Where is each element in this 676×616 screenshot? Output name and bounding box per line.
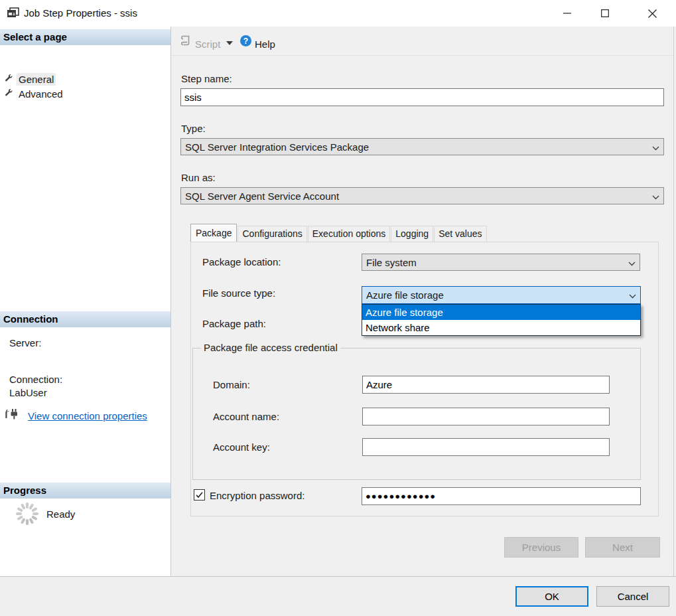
sidebar-item-label: General — [17, 73, 56, 86]
chevron-down-icon — [652, 141, 659, 153]
script-icon — [180, 35, 191, 48]
tab-package[interactable]: Package — [190, 224, 237, 242]
package-location-value: File system — [366, 257, 628, 268]
pane-right-edge — [673, 27, 674, 576]
close-button[interactable] — [637, 0, 667, 27]
package-location-label: Package location: — [202, 256, 281, 268]
next-button[interactable]: Next — [585, 537, 660, 558]
cancel-button[interactable]: Cancel — [596, 586, 669, 607]
script-button[interactable]: Script — [195, 38, 220, 50]
wrench-icon — [4, 74, 13, 85]
sidebar-item-label: Advanced — [17, 88, 65, 100]
encryption-password-label: Encryption password: — [210, 490, 304, 501]
minimize-button[interactable] — [552, 0, 582, 27]
domain-input[interactable] — [362, 376, 610, 394]
progress-status: Ready — [46, 508, 75, 520]
chevron-down-icon — [628, 257, 636, 268]
wrench-icon — [4, 88, 13, 100]
credential-groupbox: Package file access credential Domain: A… — [192, 348, 641, 480]
app-icon — [7, 7, 19, 22]
package-location-dropdown[interactable]: File system — [362, 254, 640, 271]
package-path-label: Package path: — [202, 318, 266, 329]
tab-configurations[interactable]: Configurations — [237, 226, 306, 242]
account-name-input[interactable] — [362, 408, 610, 425]
step-name-input[interactable] — [180, 88, 664, 106]
window-title: Job Step Properties - ssis — [24, 0, 137, 27]
account-key-label: Account key: — [213, 441, 270, 453]
dropdown-option-network-share[interactable]: Network share — [362, 320, 640, 335]
file-source-type-label: File source type: — [202, 287, 275, 299]
previous-button[interactable]: Previous — [504, 537, 578, 558]
type-label: Type: — [181, 123, 206, 134]
ok-button[interactable]: OK — [515, 586, 588, 607]
dropdown-option-azure-file-storage[interactable]: Azure file storage — [362, 305, 640, 320]
server-label: Server: — [9, 337, 41, 348]
chevron-down-icon — [629, 289, 636, 301]
account-name-label: Account name: — [213, 411, 279, 422]
tab-logging[interactable]: Logging — [391, 226, 433, 242]
type-dropdown-value: SQL Server Integration Services Package — [185, 141, 652, 153]
encryption-password-checkbox[interactable] — [194, 489, 205, 501]
tab-strip: Package Configurations Execution options… — [190, 224, 488, 242]
select-a-page-header: Select a page — [0, 29, 170, 45]
script-dropdown-caret-icon[interactable] — [226, 41, 233, 45]
sidebar: Select a page General Advanced Connectio… — [0, 27, 171, 576]
sidebar-item-general[interactable]: General — [0, 72, 170, 86]
help-button[interactable]: Help — [255, 38, 275, 50]
file-source-type-value: Azure file storage — [366, 289, 629, 301]
domain-label: Domain: — [213, 379, 250, 390]
credential-group-title: Package file access credential — [201, 342, 340, 353]
tab-set-values[interactable]: Set values — [434, 226, 486, 242]
title-bar: Job Step Properties - ssis — [0, 0, 676, 27]
encryption-password-input[interactable]: ●●●●●●●●●●●● — [362, 487, 641, 505]
step-name-label: Step name: — [181, 73, 232, 84]
connection-value: LabUser — [9, 387, 47, 398]
maximize-button[interactable] — [590, 0, 620, 27]
connection-header: Connection — [0, 311, 170, 327]
sidebar-item-advanced[interactable]: Advanced — [0, 86, 170, 101]
account-key-input[interactable] — [362, 438, 610, 456]
connection-label: Connection: — [9, 374, 62, 385]
chevron-down-icon — [652, 191, 659, 202]
view-connection-properties-link[interactable]: View connection properties — [28, 410, 147, 422]
job-step-properties-dialog: Job Step Properties - ssis Select a page… — [0, 0, 676, 616]
file-source-type-dropdown[interactable]: Azure file storage — [362, 286, 641, 304]
tab-execution-options[interactable]: Execution options — [308, 226, 391, 242]
connection-properties-icon — [4, 408, 20, 424]
help-icon: ? — [240, 35, 251, 46]
progress-spinner-icon — [15, 501, 40, 528]
progress-header: Progress — [0, 483, 170, 499]
run-as-dropdown-value: SQL Server Agent Service Account — [185, 191, 652, 202]
type-dropdown[interactable]: SQL Server Integration Services Package — [180, 138, 664, 155]
run-as-dropdown[interactable]: SQL Server Agent Service Account — [180, 187, 664, 204]
run-as-label: Run as: — [181, 172, 216, 183]
file-source-type-dropdown-list: Azure file storage Network share — [362, 304, 641, 336]
checkmark-icon — [195, 491, 204, 499]
